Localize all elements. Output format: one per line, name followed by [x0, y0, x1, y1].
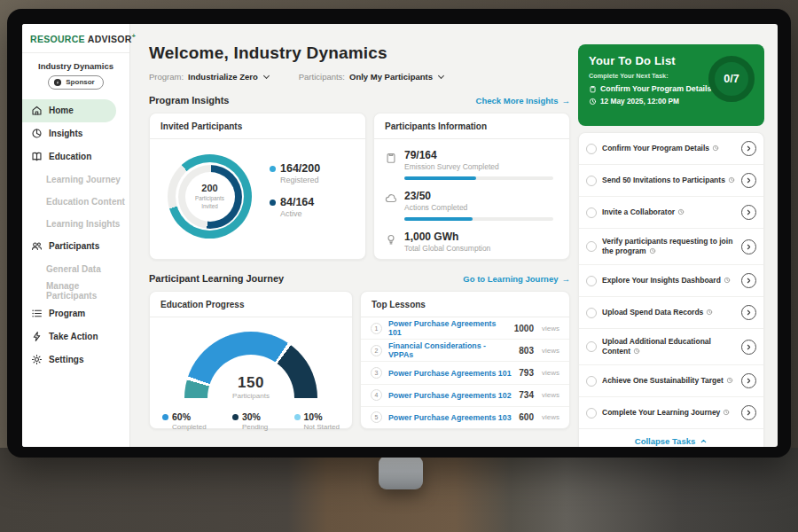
sidebar-item-learning-journey[interactable]: Learning Journey [22, 168, 129, 191]
sidebar-item-general-data[interactable]: General Data [22, 258, 129, 280]
card-title: Top Lessons [361, 292, 569, 317]
chevron-right-button[interactable] [741, 205, 756, 220]
legend-active: 84/164 Active [270, 196, 320, 218]
legend-dot [232, 414, 239, 420]
sidebar-item-take-action[interactable]: Take Action [22, 325, 129, 348]
task-list-card: Confirm Your Program Details Send 50 Inv… [578, 132, 764, 447]
task-checkbox[interactable] [586, 241, 597, 252]
chevron-right-button[interactable] [741, 373, 756, 388]
legend-registered: 164/200 Registered [270, 162, 320, 184]
lesson-row: 2 Financial Considerations - VPPAs 803vi… [361, 340, 569, 362]
check-more-insights-link[interactable]: Check More Insights→ [476, 96, 570, 106]
rank-badge: 1 [371, 323, 382, 334]
chevron-up-icon [700, 437, 708, 445]
clipboard-icon [589, 85, 597, 93]
invited-donut-chart: 200 Participants Invited [168, 154, 252, 239]
collapse-tasks-link[interactable]: Collapse Tasks [579, 429, 763, 447]
task-checkbox[interactable] [586, 176, 597, 186]
task-checkbox[interactable] [586, 144, 597, 154]
task-checkbox[interactable] [586, 207, 597, 218]
lesson-link[interactable]: Power Purchase Agreements 102 [388, 391, 512, 400]
section-title-program-insights: Program Insights [149, 95, 229, 106]
legend-completed: 60% Completed [162, 411, 207, 431]
task-row-complete-learning-journey[interactable]: Complete Your Learning Journey [579, 397, 763, 429]
stat-global-consumption: 1,000 GWh Total Global Consumption [385, 231, 559, 253]
main-content: Welcome, Industry Dynamics Program: Indu… [130, 24, 570, 447]
chevron-down-icon [263, 72, 270, 78]
chevron-right-button[interactable] [741, 340, 756, 355]
top-lessons-card: Top Lessons 1 Power Purchase Agreements … [360, 291, 570, 429]
lesson-link[interactable]: Power Purchase Agreements 101 [388, 319, 508, 337]
clock-icon [724, 277, 731, 284]
chevron-right-button[interactable] [741, 141, 756, 156]
clock-icon [677, 208, 685, 215]
task-row-achieve-sustainability-target[interactable]: Achieve One Sustainability Target [579, 365, 763, 397]
task-checkbox[interactable] [586, 308, 597, 318]
gear-icon [31, 354, 43, 365]
card-title: Participants Information [374, 113, 569, 139]
task-checkbox[interactable] [586, 376, 597, 387]
lesson-row: 3 Power Purchase Agreements 101 793views [361, 362, 569, 384]
lightbulb-icon [385, 233, 397, 246]
account-name: Industry Dynamics [22, 61, 129, 71]
legend-pending: 30% Pending [232, 411, 268, 431]
chevron-right-button[interactable] [741, 239, 756, 254]
task-row-verify-participants[interactable]: Verify participants requesting to join t… [579, 229, 763, 265]
lesson-row: 4 Power Purchase Agreements 102 734views [361, 385, 569, 407]
clock-icon [589, 98, 597, 106]
sponsor-badge[interactable]: Sponsor [48, 75, 103, 90]
lesson-link[interactable]: Financial Considerations - VPPAs [388, 341, 512, 359]
chevron-down-icon [438, 72, 444, 78]
task-row-upload-educational-content[interactable]: Upload Additional Educational Content [579, 329, 763, 365]
participants-icon [31, 240, 43, 252]
sidebar-nav: Home Insights Education Learning Journey… [22, 99, 129, 372]
page-title: Welcome, Industry Dynamics [149, 43, 570, 63]
chevron-right-button[interactable] [741, 273, 756, 288]
chevron-right-button[interactable] [741, 405, 756, 420]
education-progress-card: Education Progress 150 Participants 60 [149, 291, 353, 429]
sidebar-item-program[interactable]: Program [22, 302, 129, 325]
sidebar-item-home[interactable]: Home [22, 99, 116, 122]
gauge-center-value: 150 [184, 374, 317, 392]
task-row-explore-insights[interactable]: Explore Your Insights Dashboard [579, 265, 763, 297]
stat-actions-completed: 23/50 Actions Completed [385, 190, 559, 221]
clock-icon [728, 176, 735, 184]
education-icon [31, 151, 43, 162]
clock-icon [723, 409, 730, 416]
participants-filter-dropdown[interactable]: Participants: Only My Participants [299, 72, 443, 82]
task-row-confirm-program[interactable]: Confirm Your Program Details [579, 133, 763, 165]
lesson-link[interactable]: Power Purchase Agreements 103 [388, 413, 512, 422]
lesson-link[interactable]: Power Purchase Agreements 101 [388, 369, 512, 378]
sidebar-item-learning-insights[interactable]: Learning Insights [22, 213, 129, 235]
legend-not-started: 10% Not Started [294, 411, 340, 431]
home-icon [31, 105, 43, 116]
go-to-learning-journey-link[interactable]: Go to Learning Journey→ [463, 274, 570, 284]
actions-cloud-icon [385, 192, 397, 205]
clock-icon [706, 309, 713, 316]
sidebar-item-participants[interactable]: Participants [22, 235, 129, 258]
program-filter-dropdown[interactable]: Program: Industrialize Zero [149, 72, 269, 82]
participants-information-card: Participants Information 79/164 Emission… [373, 113, 570, 260]
task-row-upload-spend-data[interactable]: Upload Spend Data Records [579, 297, 763, 329]
chevron-right-button[interactable] [741, 173, 756, 188]
sidebar-item-education-content[interactable]: Education Content [22, 191, 129, 213]
legend-dot [294, 414, 301, 420]
task-checkbox[interactable] [586, 341, 597, 352]
clock-icon [726, 377, 733, 384]
todo-progress-ring: 0/7 [708, 56, 755, 102]
todo-summary-card: Your To Do List Complete Your Next Task:… [578, 44, 764, 126]
sidebar-item-manage-participants[interactable]: Manage Participants [22, 280, 129, 302]
rank-badge: 2 [371, 345, 382, 356]
filter-bar: Program: Industrialize Zero Participants… [149, 72, 570, 82]
task-row-invite-collaborator[interactable]: Invite a Collaborator [579, 197, 763, 229]
sidebar-item-education[interactable]: Education [22, 145, 129, 168]
sidebar-item-settings[interactable]: Settings [22, 348, 129, 372]
task-row-send-invitations[interactable]: Send 50 Invitations to Participants [579, 165, 763, 197]
section-title-learning-journey: Participant Learning Journey [149, 273, 284, 284]
gauge-legend: 60% Completed 30% Pending 10% Not Starte… [162, 411, 340, 431]
chevron-right-button[interactable] [741, 305, 756, 320]
sidebar-item-insights[interactable]: Insights [22, 122, 129, 145]
sponsor-icon [53, 78, 62, 87]
task-checkbox[interactable] [586, 408, 597, 419]
task-checkbox[interactable] [586, 276, 597, 286]
